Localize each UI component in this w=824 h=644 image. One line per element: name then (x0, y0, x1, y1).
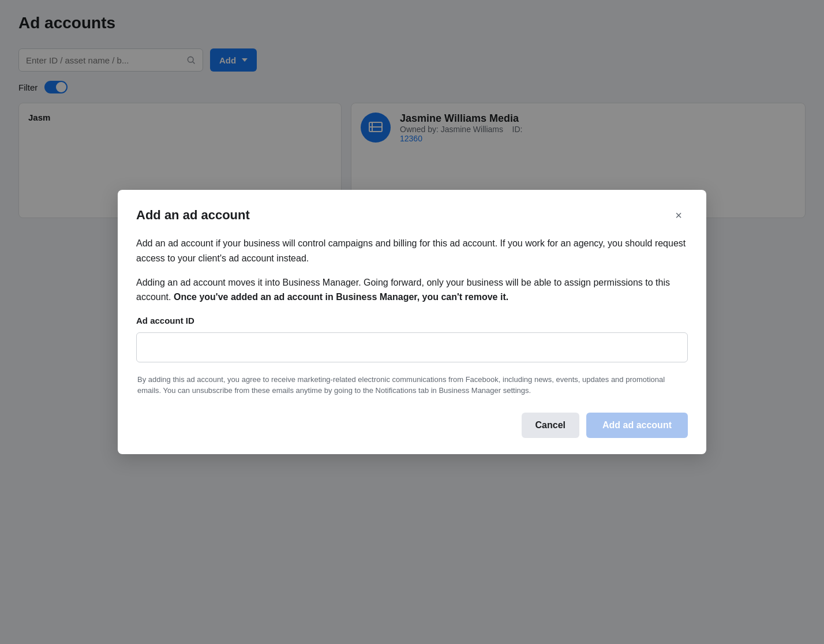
modal-paragraph-2: Adding an ad account moves it into Busin… (136, 275, 688, 305)
legal-text: By adding this ad account, you agree to … (136, 374, 688, 396)
modal-paragraph-1: Add an ad account if your business will … (136, 236, 688, 265)
close-button[interactable]: × (669, 206, 688, 224)
cancel-button[interactable]: Cancel (522, 413, 579, 438)
add-ad-account-modal: Add an ad account × Add an ad account if… (118, 190, 706, 454)
modal-footer: Cancel Add ad account (136, 413, 688, 438)
ad-account-id-label: Ad account ID (136, 314, 688, 328)
modal-overlay: Add an ad account × Add an ad account if… (0, 0, 824, 644)
modal-header: Add an ad account × (136, 206, 688, 224)
ad-account-id-input[interactable] (136, 332, 688, 362)
add-ad-account-button[interactable]: Add ad account (586, 413, 688, 438)
modal-body: Add an ad account if your business will … (136, 236, 688, 396)
modal-title: Add an ad account (136, 208, 250, 223)
